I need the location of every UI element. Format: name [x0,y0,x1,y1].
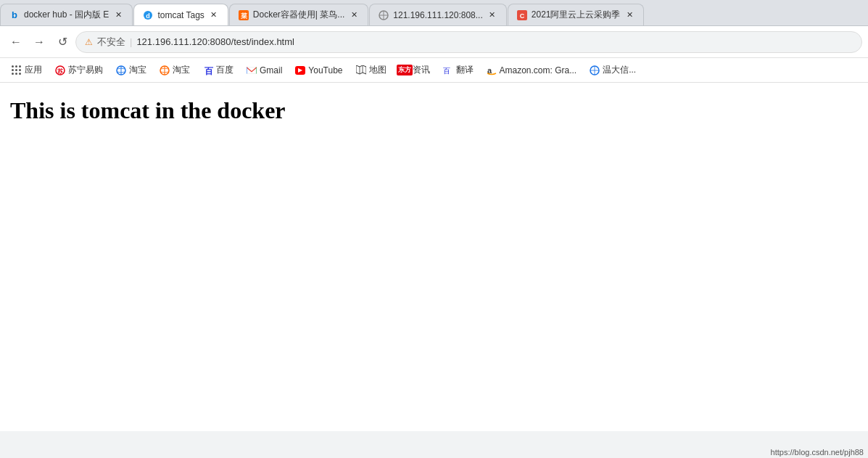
bookmark-taobao1-icon [116,65,126,75]
bookmark-amazon-label: Amazon.com: Gra... [500,65,577,75]
address-separator: | [130,36,132,47]
bookmark-apps-icon [12,65,22,75]
tab-aliyun[interactable]: C 2021阿里云上云采购季 ✕ [508,4,645,25]
address-text: 121.196.111.120:8080/test/index.html [136,36,294,47]
bookmark-youtube-icon: ▶ [295,65,305,75]
bookmark-map-icon [356,65,366,75]
bookmark-baidu-icon: 百 [203,65,213,75]
tab-aliyun-favicon: C [517,10,527,20]
tab-tomcat-tags[interactable]: d tomcat Tags ✕ [133,4,228,25]
bookmark-globe2-label: 温大信... [603,64,636,76]
reload-button[interactable]: ↺ [52,32,73,52]
bookmark-amazon-icon: a [487,65,497,75]
bookmark-map[interactable]: 地图 [350,61,392,79]
forward-button[interactable]: → [29,32,49,52]
tab-tomcat-tags-label: tomcat Tags [157,10,204,20]
svg-text:百: 百 [443,67,450,75]
bookmark-taobao2[interactable]: 淘宝 [154,61,196,79]
tab-docker-use-label: Docker容器使用| 菜鸟... [253,9,344,21]
bookmark-amazon[interactable]: a Amazon.com: Gra... [481,62,583,78]
bookmark-globe2[interactable]: 温大信... [584,61,642,79]
tab-docker-use[interactable]: 菜 Docker容器使用| 菜鸟... ✕ [229,4,368,25]
bookmark-translate-label: 翻译 [456,64,474,76]
bookmark-dongfang[interactable]: 东方 资讯 [394,61,436,79]
tab-docker-hub[interactable]: b docker hub - 国内版 E ✕ [0,4,133,25]
url-value: 121.196.111.120:8080/test/index.html [136,36,294,47]
bookmark-gmail-icon [247,65,257,75]
tab-ip-address-close[interactable]: ✕ [487,10,497,20]
tab-docker-use-favicon: 菜 [239,10,249,20]
bookmark-dongfang-label: 资讯 [413,64,430,76]
tab-docker-hub-label: docker hub - 国内版 E [24,9,109,21]
bookmark-dongfang-badge: 东方 [397,65,413,75]
bookmark-apps[interactable]: 应用 [6,61,48,79]
tab-aliyun-label: 2021阿里云上云采购季 [532,9,621,21]
bookmark-taobao1[interactable]: 淘宝 [110,61,152,79]
bookmark-gmail[interactable]: Gmail [241,62,288,78]
security-warning-icon: ⚠ [85,37,93,47]
bookmark-suning-icon: 苏 [55,65,65,75]
tab-docker-use-close[interactable]: ✕ [349,10,359,20]
bookmark-taobao1-label: 淘宝 [129,64,146,76]
tab-tomcat-tags-favicon: d [143,10,153,20]
page-content: This is tomcat in the docker [0,83,868,431]
bookmark-youtube-label: YouTube [308,65,342,75]
tab-docker-hub-favicon: b [9,10,20,20]
page-heading: This is tomcat in the docker [10,97,858,124]
bookmark-taobao2-icon [160,65,170,75]
security-warning-text: 不安全 [97,36,125,49]
bookmark-map-label: 地图 [369,64,387,76]
tab-ip-address-label: 121.196.111.120:808... [393,10,482,20]
svg-text:苏: 苏 [57,68,63,75]
title-bar: b docker hub - 国内版 E ✕ d tomcat Tags ✕ 菜… [0,0,868,26]
svg-text:d: d [146,12,151,20]
bookmarks-bar: 应用 苏 苏宁易购 淘宝 [0,58,868,83]
bookmark-baidu-label: 百度 [216,64,233,76]
bookmark-globe2-icon [590,65,600,75]
bookmark-apps-label: 应用 [25,64,42,76]
bookmark-taobao2-label: 淘宝 [173,64,190,76]
back-button[interactable]: ← [6,32,26,52]
bookmark-gmail-label: Gmail [260,65,282,75]
bookmark-baidu[interactable]: 百 百度 [197,61,239,79]
bookmark-dongfang-icon: 东方 [400,65,410,75]
tab-ip-address-favicon [379,10,389,20]
bookmark-suning[interactable]: 苏 苏宁易购 [49,61,109,79]
tab-docker-hub-close[interactable]: ✕ [113,10,123,20]
svg-marker-19 [356,65,366,74]
svg-text:百: 百 [204,66,213,75]
address-bar[interactable]: ⚠ 不安全 | 121.196.111.120:8080/test/index.… [75,31,862,53]
bookmark-translate[interactable]: 百 翻译 [437,61,479,79]
svg-text:菜: 菜 [240,12,247,20]
bookmark-suning-label: 苏宁易购 [68,64,103,76]
tab-tomcat-tags-close[interactable]: ✕ [209,10,219,20]
tab-ip-address[interactable]: 121.196.111.120:808... ✕ [369,4,506,25]
bookmark-youtube[interactable]: ▶ YouTube [289,62,348,78]
tab-aliyun-close[interactable]: ✕ [624,10,635,20]
svg-text:C: C [520,12,525,20]
bookmark-translate-icon: 百 [443,65,453,75]
nav-bar: ← → ↺ ⚠ 不安全 | 121.196.111.120:8080/test/… [0,26,868,58]
